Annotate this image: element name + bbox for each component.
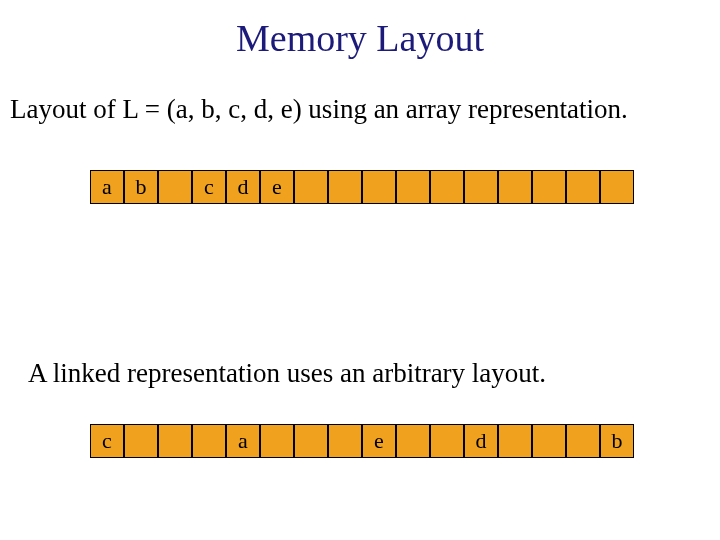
array-cell xyxy=(328,170,362,204)
array-cell: d xyxy=(226,170,260,204)
linked-cell xyxy=(192,424,226,458)
array-cell: b xyxy=(124,170,158,204)
array-cell xyxy=(158,170,192,204)
linked-cell xyxy=(294,424,328,458)
linked-cell xyxy=(158,424,192,458)
linked-description: A linked representation uses an arbitrar… xyxy=(28,358,546,389)
linked-cell xyxy=(498,424,532,458)
array-cell xyxy=(430,170,464,204)
linked-cell: b xyxy=(600,424,634,458)
linked-cell xyxy=(396,424,430,458)
array-cell: e xyxy=(260,170,294,204)
array-cell xyxy=(600,170,634,204)
linked-representation: c a e d b xyxy=(90,424,634,458)
array-cell: a xyxy=(90,170,124,204)
linked-cell xyxy=(328,424,362,458)
linked-cell: d xyxy=(464,424,498,458)
array-representation: a b c d e xyxy=(90,170,634,204)
linked-cell xyxy=(532,424,566,458)
array-cell xyxy=(294,170,328,204)
array-cell xyxy=(464,170,498,204)
linked-cell xyxy=(566,424,600,458)
array-cell xyxy=(566,170,600,204)
array-cell xyxy=(362,170,396,204)
array-cell xyxy=(532,170,566,204)
array-cell xyxy=(498,170,532,204)
slide-title: Memory Layout xyxy=(0,16,720,60)
linked-cell xyxy=(430,424,464,458)
array-description: Layout of L = (a, b, c, d, e) using an a… xyxy=(10,94,628,125)
linked-cell: e xyxy=(362,424,396,458)
linked-cell xyxy=(124,424,158,458)
array-cell: c xyxy=(192,170,226,204)
linked-cell xyxy=(260,424,294,458)
linked-cell: a xyxy=(226,424,260,458)
array-cell xyxy=(396,170,430,204)
linked-cell: c xyxy=(90,424,124,458)
